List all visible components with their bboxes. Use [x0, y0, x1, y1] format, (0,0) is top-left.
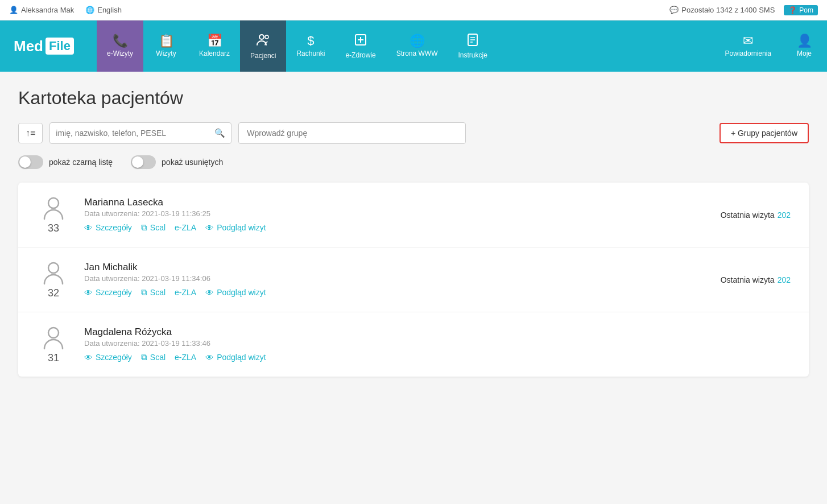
action-ezla[interactable]: e-ZLA — [175, 288, 196, 297]
user-name: Aleksandra Mak — [21, 6, 74, 14]
toggle-blacklist[interactable]: pokaż czarną listę — [18, 155, 113, 169]
patient-date: Data utworzenia: 2021-03-19 11:36:25 — [84, 209, 707, 218]
nav-label-kalendarz: Kalendarz — [199, 49, 230, 57]
toggle-deleted-label: pokaż usuniętych — [162, 158, 223, 167]
toggle-deleted-switch[interactable] — [131, 155, 156, 169]
grupy-label: + Grupy pacjentów — [731, 129, 797, 138]
help-button[interactable]: ❓ Pom — [784, 5, 818, 15]
search-input[interactable] — [56, 129, 214, 138]
last-visit: Ostatnia wizyta 202 — [721, 210, 791, 220]
action-ezla[interactable]: e-ZLA — [175, 223, 196, 232]
group-input[interactable] — [247, 129, 457, 138]
sort-button[interactable]: ↑≡ — [18, 123, 43, 143]
help-label: Pom — [799, 6, 813, 14]
eye2-icon: 👁 — [205, 353, 214, 362]
patient-avatar: 31 — [36, 325, 71, 364]
action-label: Scal — [150, 353, 166, 362]
eye-icon: 👁 — [84, 288, 93, 298]
action-podglad[interactable]: 👁 Podgląd wizyt — [205, 288, 266, 298]
action-scal[interactable]: ⧉ Scal — [141, 352, 166, 362]
nav-item-e-zdrowie[interactable]: e-Zdrowie — [335, 20, 386, 72]
action-label: Szczegóły — [96, 288, 132, 297]
toggle-deleted-knob — [132, 156, 143, 168]
patient-date: Data utworzenia: 2021-03-19 11:33:46 — [84, 339, 774, 348]
toolbar: ↑≡ 🔍 + Grupy pacjentów — [18, 122, 809, 144]
nav-item-instrukcje[interactable]: Instrukcje — [448, 20, 497, 72]
toggle-deleted[interactable]: pokaż usuniętych — [131, 155, 223, 169]
last-visit-value: 202 — [778, 275, 791, 284]
action-scal[interactable]: ⧉ Scal — [141, 222, 166, 233]
patient-info: Jan Michalik Data utworzenia: 2021-03-19… — [84, 262, 707, 298]
main-nav: Med File 📞 e-Wizyty 📋 Wizyty 📅 Kalendarz — [0, 20, 827, 72]
patient-number: 31 — [48, 352, 59, 364]
nav-item-powiadomienia[interactable]: ✉ Powiadomienia — [715, 20, 781, 72]
eye-icon: 👁 — [84, 353, 93, 362]
patient-name: Marianna Lasecka — [84, 197, 707, 208]
toggle-blacklist-switch[interactable] — [18, 155, 43, 169]
patient-actions: 👁 Szczegóły ⧉ Scal e-ZLA 👁 Podgląd wizyt — [84, 352, 774, 362]
svg-point-0 — [259, 35, 264, 39]
avatar-icon — [41, 260, 66, 285]
nav-items: 📞 e-Wizyty 📋 Wizyty 📅 Kalendarz Pacjenci — [97, 20, 827, 72]
nav-label-wizyty: Wizyty — [156, 49, 176, 57]
last-visit-label: Ostatnia wizyta — [721, 210, 775, 220]
action-label: e-ZLA — [175, 353, 196, 362]
action-label: Podgląd wizyt — [217, 288, 266, 297]
action-scal[interactable]: ⧉ Scal — [141, 287, 166, 298]
svg-point-10 — [48, 263, 59, 273]
action-szczegoly[interactable]: 👁 Szczegóły — [84, 223, 132, 233]
mail-icon: ✉ — [743, 35, 753, 47]
last-visit-label: Ostatnia wizyta — [721, 275, 775, 284]
action-szczegoly[interactable]: 👁 Szczegóły — [84, 353, 132, 362]
action-podglad[interactable]: 👁 Podgląd wizyt — [205, 353, 266, 362]
chat-icon: 💬 — [669, 6, 679, 14]
group-box[interactable] — [238, 122, 466, 144]
action-szczegoly[interactable]: 👁 Szczegóły — [84, 288, 132, 298]
user-icon: 👤 — [9, 6, 18, 14]
avatar-icon — [41, 195, 66, 220]
action-ezla[interactable]: e-ZLA — [175, 353, 196, 362]
account-icon: 👤 — [797, 35, 812, 47]
nav-item-wizyty[interactable]: 📋 Wizyty — [143, 20, 189, 72]
nav-item-moje[interactable]: 👤 Moje — [781, 20, 827, 72]
dollar-icon: $ — [307, 35, 314, 47]
merge-icon: ⧉ — [141, 287, 147, 298]
action-podglad[interactable]: 👁 Podgląd wizyt — [205, 223, 266, 233]
logo[interactable]: Med File — [0, 20, 97, 72]
grupy-button[interactable]: + Grupy pacjentów — [720, 123, 809, 143]
search-box[interactable]: 🔍 — [49, 122, 231, 144]
nav-item-kalendarz[interactable]: 📅 Kalendarz — [189, 20, 240, 72]
calendar-icon: 📅 — [207, 35, 222, 47]
nav-item-strona-www[interactable]: 🌐 Strona WWW — [386, 20, 448, 72]
eye2-icon: 👁 — [205, 223, 214, 233]
language-selector[interactable]: 🌐 English — [85, 6, 122, 14]
nav-label-e-zdrowie: e-Zdrowie — [345, 51, 375, 59]
merge-icon: ⧉ — [141, 222, 147, 233]
nav-label-strona-www: Strona WWW — [396, 49, 438, 57]
sms-counter: 💬 Pozostało 1342 z 1400 SMS — [669, 6, 775, 14]
top-bar-user[interactable]: 👤 Aleksandra Mak — [9, 6, 74, 14]
nav-item-e-wizyty[interactable]: 📞 e-Wizyty — [97, 20, 143, 72]
patient-info: Marianna Lasecka Data utworzenia: 2021-0… — [84, 197, 707, 233]
people-icon — [256, 32, 271, 49]
patient-date: Data utworzenia: 2021-03-19 11:34:06 — [84, 274, 707, 283]
patient-avatar: 32 — [36, 260, 71, 299]
phone-icon: 📞 — [113, 35, 128, 47]
patient-name: Jan Michalik — [84, 262, 707, 273]
nav-label-instrukcje: Instrukcje — [458, 51, 487, 59]
nav-item-pacjenci[interactable]: Pacjenci — [240, 20, 286, 72]
logo-med: Med — [14, 38, 43, 55]
nav-item-rachunki[interactable]: $ Rachunki — [286, 20, 335, 72]
eye2-icon: 👁 — [205, 288, 214, 298]
svg-point-9 — [48, 198, 59, 208]
nav-label-pacjenci: Pacjenci — [250, 52, 276, 60]
nav-label-moje: Moje — [797, 49, 812, 57]
patient-list: 33 Marianna Lasecka Data utworzenia: 202… — [18, 183, 809, 377]
logo-file: File — [46, 38, 74, 55]
search-icon: 🔍 — [214, 128, 225, 138]
action-label: Podgląd wizyt — [217, 353, 266, 362]
toggle-blacklist-knob — [19, 156, 31, 168]
action-label: e-ZLA — [175, 223, 196, 232]
last-visit-value: 202 — [778, 210, 791, 220]
top-bar-left: 👤 Aleksandra Mak 🌐 English — [9, 6, 122, 14]
